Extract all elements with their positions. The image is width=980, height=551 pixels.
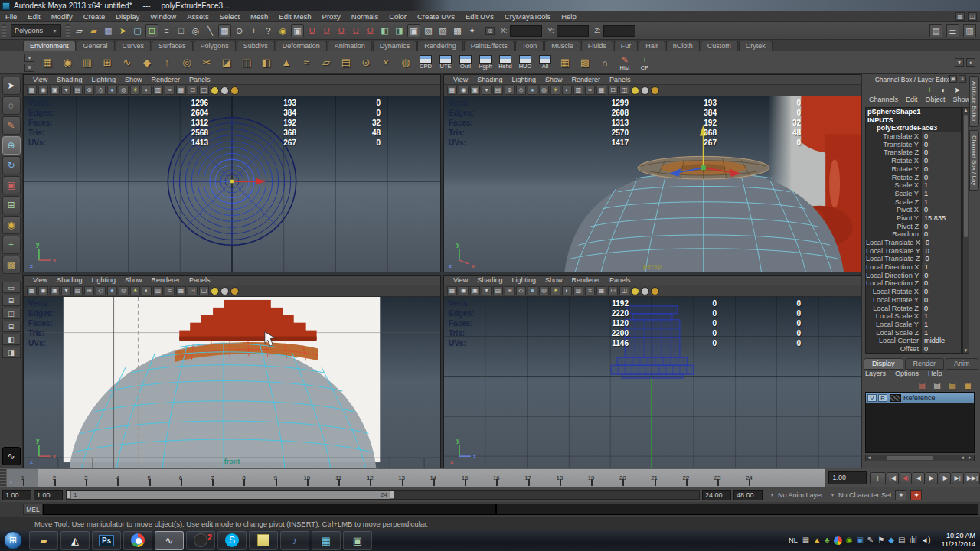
use-all-lights-icon[interactable]: ☀ <box>130 286 140 295</box>
open-scene-icon[interactable]: ▰ <box>87 24 100 37</box>
poly-mirror-icon[interactable]: ◧ <box>256 52 276 73</box>
viewport-menu-item[interactable]: Renderer <box>567 276 605 284</box>
gamma-ball-icon[interactable] <box>641 287 649 295</box>
menu-item[interactable]: Edit <box>22 12 45 21</box>
wireframe-display-icon[interactable]: ◇ <box>516 286 526 295</box>
layout-two-pane-stacked-button[interactable]: ⊟ <box>2 321 21 332</box>
image-plane-icon[interactable]: ▤ <box>493 286 503 295</box>
channel-row[interactable]: Scale X1 <box>866 181 961 190</box>
front-view-canvas[interactable]: front y x z Verts: Ed <box>24 297 440 468</box>
new-scene-icon[interactable]: ▱ <box>73 24 86 37</box>
frame-tick[interactable]: 9 <box>260 469 291 487</box>
channel-row[interactable]: Translate X0 <box>866 132 961 141</box>
hypershade-window-button[interactable]: Hshd <box>495 52 515 73</box>
center-pivot-button[interactable]: + CP <box>635 52 655 73</box>
wireframe-display-icon[interactable]: ◇ <box>96 86 106 95</box>
pan-zoom-icon[interactable]: ⊕ <box>84 286 94 295</box>
menu-item[interactable]: Mesh <box>245 12 273 21</box>
shelf-lock-icon[interactable]: ▪ <box>966 58 975 67</box>
channel-row[interactable]: Local Scale Y1 <box>866 321 961 329</box>
image-plane-icon[interactable]: ▤ <box>73 86 83 95</box>
output-from-selected-icon[interactable]: ◨ <box>393 24 406 37</box>
shelf-tab-selector-icon[interactable]: ▾ <box>24 54 34 62</box>
exposure-ball-icon[interactable] <box>631 287 639 295</box>
command-line-language-toggle[interactable]: MEL <box>23 504 43 515</box>
highlight-mask-icon[interactable]: □ <box>175 24 188 37</box>
menu-item[interactable]: Normals <box>346 12 384 21</box>
menu-item[interactable]: Create UVs <box>412 12 460 21</box>
channel-row[interactable]: Scale Y1 <box>866 190 961 198</box>
shadows-icon[interactable]: ◐ <box>562 86 572 95</box>
layer-visible-toggle[interactable]: V <box>867 394 877 402</box>
workspace-panes-icon[interactable]: ◫ <box>968 12 977 21</box>
open-render-view-icon[interactable]: ▧ <box>422 24 435 37</box>
taskbar-explorer-icon[interactable]: ▰ <box>29 531 58 550</box>
viewport-menu-item[interactable]: Show <box>120 76 147 83</box>
layer-editor-menu-item[interactable]: Help <box>928 370 947 377</box>
poly-torus-icon[interactable]: ◍ <box>396 52 416 73</box>
scroll-left2-icon[interactable]: ◄ <box>960 455 965 460</box>
shelf-tab[interactable]: Custom <box>701 41 738 51</box>
shaded-display-icon[interactable]: ● <box>107 286 117 295</box>
pan-zoom-icon[interactable]: ⊕ <box>505 286 514 295</box>
nvidia-tray-icon[interactable]: ◉ <box>846 536 853 545</box>
curl-tool-icon[interactable]: ∩ <box>595 52 615 73</box>
poly-bevel-icon[interactable]: ◆ <box>137 52 157 73</box>
poly-plane-icon[interactable]: ▱ <box>316 52 336 73</box>
poly-cylinder-icon[interactable]: ▥ <box>77 52 97 73</box>
shelf-tab[interactable]: Polygons <box>194 41 236 51</box>
channel-box-menu-item[interactable]: Edit <box>902 96 922 106</box>
close-icon[interactable]: × <box>959 75 966 83</box>
playback-range-bar[interactable]: 1 24 <box>67 491 394 499</box>
channel-row[interactable]: Offset0 <box>866 345 961 354</box>
multisample-aa-icon[interactable]: ▦ <box>176 86 186 95</box>
poly-bridge-icon[interactable]: ◫ <box>237 52 256 73</box>
new-layer-from-selected-icon[interactable]: ▦ <box>962 380 973 390</box>
select-tool[interactable]: ➤ <box>2 77 21 95</box>
poly-cone-icon[interactable]: ▲ <box>276 52 296 73</box>
layout-outliner-persp-button[interactable]: ◨ <box>2 347 21 358</box>
animation-end-field[interactable]: 48.00 <box>733 490 763 500</box>
range-slider-track[interactable]: 1 24 <box>66 490 700 500</box>
scroll-thumb[interactable] <box>964 115 968 237</box>
viewport-menu-item[interactable]: Panels <box>185 276 215 284</box>
menu-item[interactable]: Display <box>110 12 145 21</box>
layer-renderable-toggle[interactable]: R <box>878 394 887 402</box>
dock-pin-icon[interactable]: ▣ <box>949 75 957 83</box>
layer-list-scrollbar[interactable]: ◄ ◄ ► <box>865 455 975 461</box>
channel-row[interactable]: Local Translate Z0 <box>866 255 961 263</box>
toggle-channel-box-icon[interactable]: ▥ <box>963 24 976 37</box>
poly-cut-icon[interactable]: × <box>376 52 396 73</box>
frame-tick[interactable]: 3 <box>70 469 101 487</box>
viewport-menu-item[interactable]: View <box>28 276 52 284</box>
shelf-tab[interactable]: PaintEffects <box>464 41 514 51</box>
viewport-menu-item[interactable]: Lighting <box>87 276 120 284</box>
snap-to-grids-icon[interactable]: Ω <box>305 24 318 37</box>
gamma-ball-icon[interactable] <box>641 86 649 95</box>
taskbar-unity-icon[interactable]: ◭ <box>60 531 90 550</box>
shadows-icon[interactable]: ◐ <box>562 286 572 295</box>
paint-select-tool[interactable]: ✎ <box>2 116 21 135</box>
select-hierarchy-mode-icon[interactable]: ➤ <box>116 24 129 37</box>
motion-blur-icon[interactable]: ≈ <box>165 286 175 295</box>
group-grip[interactable] <box>66 24 70 37</box>
taskbar-image-viewer-icon[interactable]: ▦ <box>312 531 341 550</box>
hypergraph-window-button[interactable]: Hgph <box>475 52 495 73</box>
channel-row[interactable]: Scale Z1 <box>866 198 961 207</box>
snap-to-curves-icon[interactable]: Ω <box>320 24 333 37</box>
xray-display-icon[interactable]: ◫ <box>199 286 209 295</box>
poly-sphere-icon[interactable]: ◉ <box>57 52 77 73</box>
shelf-tab[interactable]: Subdivs <box>237 41 275 51</box>
layer-editor-menu-item[interactable]: Layers <box>865 370 890 377</box>
bookmarks-icon[interactable]: ▾ <box>482 286 492 295</box>
frame-tick[interactable]: 19 <box>575 469 606 487</box>
channel-row[interactable]: Local Rotate Z0 <box>866 305 961 313</box>
command-line-input[interactable] <box>43 504 496 515</box>
poly-combine-icon[interactable]: ◎ <box>177 52 197 73</box>
screen-space-ao-icon[interactable]: ▥ <box>153 286 163 295</box>
bookmarks-icon[interactable]: ▾ <box>61 86 71 95</box>
command-line-result[interactable] <box>496 504 978 515</box>
shaded-display-icon[interactable]: ● <box>528 86 537 95</box>
selection-mode-dropdown[interactable]: Polygons▼ <box>11 24 61 37</box>
channel-row[interactable]: Local Centermiddle <box>866 337 961 345</box>
